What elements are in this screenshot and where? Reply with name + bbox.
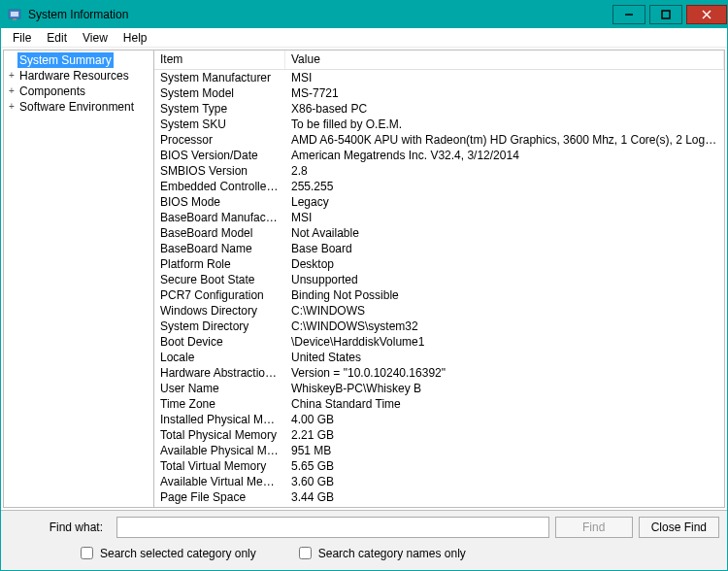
cell-item: PCR7 Configuration: [154, 287, 285, 303]
column-value[interactable]: Value: [285, 50, 724, 69]
cell-item: Total Physical Memory: [154, 427, 285, 443]
table-row[interactable]: Boot Device\Device\HarddiskVolume1: [154, 334, 724, 350]
cell-value: American Megatrends Inc. V32.4, 3/12/201…: [285, 148, 724, 163]
column-item[interactable]: Item: [154, 50, 285, 69]
search-category-names-checkbox[interactable]: Search category names only: [295, 544, 466, 562]
cell-item: BIOS Version/Date: [154, 148, 285, 163]
menu-file[interactable]: File: [5, 29, 39, 47]
table-row[interactable]: Embedded Controller Version255.255: [154, 179, 724, 194]
cell-value: X86-based PC: [285, 101, 724, 117]
cell-value: Unsupported: [285, 272, 724, 287]
category-tree[interactable]: System Summary+Hardware Resources+Compon…: [4, 50, 154, 507]
close-button[interactable]: [686, 5, 727, 24]
cell-value: Not Available: [285, 225, 724, 241]
table-row[interactable]: User NameWhiskeyB-PC\Whiskey B: [154, 381, 724, 396]
table-row[interactable]: Platform RoleDesktop: [154, 256, 724, 272]
cell-item: Page File: [154, 505, 285, 507]
cell-value: C:\WINDOWS\system32: [285, 319, 724, 334]
search-selected-category-label: Search selected category only: [100, 547, 256, 560]
table-row[interactable]: System DirectoryC:\WINDOWS\system32: [154, 319, 724, 334]
table-row[interactable]: Page File Space3.44 GB: [154, 489, 724, 505]
cell-value: MSI: [285, 70, 724, 85]
cell-item: System SKU: [154, 117, 285, 132]
tree-item-label: Hardware Resources: [17, 68, 131, 84]
svg-rect-1: [11, 12, 18, 17]
table-row[interactable]: Installed Physical Memory (RAM)4.00 GB: [154, 412, 724, 427]
table-row[interactable]: LocaleUnited States: [154, 350, 724, 365]
search-selected-category-input[interactable]: [81, 547, 93, 559]
cell-value: Legacy: [285, 194, 724, 210]
cell-value: 3.44 GB: [285, 489, 724, 505]
table-row[interactable]: BaseBoard ManufacturerMSI: [154, 210, 724, 225]
window-title: System Information: [28, 8, 128, 21]
table-row[interactable]: SMBIOS Version2.8: [154, 163, 724, 179]
search-category-names-input[interactable]: [299, 547, 312, 559]
tree-expander-icon[interactable]: +: [6, 84, 17, 99]
table-row[interactable]: BaseBoard NameBase Board: [154, 241, 724, 256]
menu-view[interactable]: View: [75, 29, 116, 47]
table-row[interactable]: Available Physical Memory951 MB: [154, 443, 724, 458]
cell-value: MSI: [285, 210, 724, 225]
cell-value: MS-7721: [285, 85, 724, 101]
menu-help[interactable]: Help: [116, 29, 155, 47]
menu-edit[interactable]: Edit: [39, 29, 75, 47]
tree-item[interactable]: +Software Environment: [6, 99, 151, 115]
cell-value: 3.60 GB: [285, 474, 724, 489]
table-row[interactable]: BIOS Version/DateAmerican Megatrends Inc…: [154, 148, 724, 163]
table-row[interactable]: Total Virtual Memory5.65 GB: [154, 458, 724, 474]
cell-item: User Name: [154, 381, 285, 396]
list-body[interactable]: System ManufacturerMSISystem ModelMS-772…: [154, 70, 724, 507]
system-information-window: System Information File Edit View Help S…: [0, 0, 728, 571]
cell-value: Desktop: [285, 256, 724, 272]
cell-item: Processor: [154, 132, 285, 148]
table-row[interactable]: Total Physical Memory2.21 GB: [154, 427, 724, 443]
cell-value: 2.21 GB: [285, 427, 724, 443]
cell-value: United States: [285, 350, 724, 365]
table-row[interactable]: Time ZoneChina Standard Time: [154, 396, 724, 412]
table-row[interactable]: ProcessorAMD A6-5400K APU with Radeon(tm…: [154, 132, 724, 148]
titlebar[interactable]: System Information: [1, 1, 727, 28]
tree-item-label: Software Environment: [17, 99, 136, 115]
table-row[interactable]: Secure Boot StateUnsupported: [154, 272, 724, 287]
cell-value: \Device\HarddiskVolume1: [285, 334, 724, 350]
table-row[interactable]: BaseBoard ModelNot Available: [154, 225, 724, 241]
find-label: Find what:: [9, 521, 111, 534]
close-find-button[interactable]: Close Find: [639, 517, 719, 538]
table-row[interactable]: Page FileC:\pagefile.sys: [154, 505, 724, 507]
cell-item: BaseBoard Manufacturer: [154, 210, 285, 225]
cell-value: AMD A6-5400K APU with Radeon(tm) HD Grap…: [285, 132, 724, 148]
list-header[interactable]: Item Value: [154, 50, 724, 70]
cell-value: 2.8: [285, 163, 724, 179]
cell-value: Binding Not Possible: [285, 287, 724, 303]
table-row[interactable]: Available Virtual Memory3.60 GB: [154, 474, 724, 489]
maximize-button[interactable]: [649, 5, 682, 24]
find-input[interactable]: [116, 517, 549, 538]
minimize-button[interactable]: [612, 5, 645, 24]
cell-item: Locale: [154, 350, 285, 365]
table-row[interactable]: System SKUTo be filled by O.E.M.: [154, 117, 724, 132]
table-row[interactable]: System ModelMS-7721: [154, 85, 724, 101]
cell-value: Version = "10.0.10240.16392": [285, 365, 724, 381]
table-row[interactable]: System ManufacturerMSI: [154, 70, 724, 85]
tree-expander-icon[interactable]: +: [6, 99, 17, 115]
table-row[interactable]: System TypeX86-based PC: [154, 101, 724, 117]
table-row[interactable]: BIOS ModeLegacy: [154, 194, 724, 210]
table-row[interactable]: Hardware Abstraction LayerVersion = "10.…: [154, 365, 724, 381]
cell-item: System Manufacturer: [154, 70, 285, 85]
search-category-names-label: Search category names only: [318, 547, 466, 560]
cell-item: Platform Role: [154, 256, 285, 272]
search-selected-category-checkbox[interactable]: Search selected category only: [77, 544, 256, 562]
cell-value: China Standard Time: [285, 396, 724, 412]
tree-item[interactable]: System Summary: [6, 52, 151, 68]
tree-item[interactable]: +Components: [6, 84, 151, 99]
cell-item: Total Virtual Memory: [154, 458, 285, 474]
menubar: File Edit View Help: [1, 28, 727, 48]
tree-item[interactable]: +Hardware Resources: [6, 68, 151, 84]
table-row[interactable]: Windows DirectoryC:\WINDOWS: [154, 303, 724, 319]
table-row[interactable]: PCR7 ConfigurationBinding Not Possible: [154, 287, 724, 303]
find-button[interactable]: Find: [555, 517, 633, 538]
cell-item: Time Zone: [154, 396, 285, 412]
tree-expander-icon[interactable]: +: [6, 68, 17, 84]
svg-rect-4: [662, 11, 670, 18]
cell-value: To be filled by O.E.M.: [285, 117, 724, 132]
